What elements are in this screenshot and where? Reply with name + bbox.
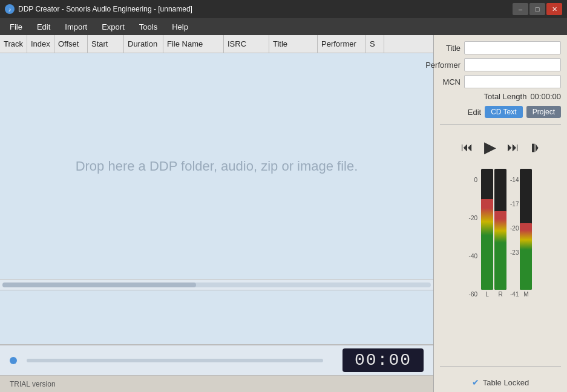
vu-left-label: L <box>485 291 489 298</box>
vu-mono-group: M <box>520 169 532 298</box>
right-panel: Title Performer MCN Total Length 00:00:0… <box>434 35 567 392</box>
vu-right-bar <box>494 169 506 290</box>
table-header-isrc: ISRC <box>224 35 269 53</box>
table-header-track: Track <box>0 35 27 53</box>
title-bar-left: ♪ DDP Creator - Sonoris Audio Engineerin… <box>5 4 192 14</box>
table-locked-row: ✔ Table Locked <box>440 373 561 392</box>
drop-area[interactable]: Drop here a DDP folder, audio, zip or im… <box>0 53 433 279</box>
scroll-bar[interactable] <box>0 279 433 290</box>
window-controls: – □ ✕ <box>513 3 562 15</box>
main-container: TrackIndexOffsetStartDurationFile NameIS… <box>0 35 567 392</box>
menu-item-import[interactable]: Import <box>57 20 94 34</box>
table-header: TrackIndexOffsetStartDurationFile NameIS… <box>0 35 433 53</box>
scroll-track[interactable] <box>2 283 431 287</box>
menu-item-tools[interactable]: Tools <box>132 20 165 34</box>
vu-right-label: R <box>498 291 502 298</box>
menu-bar: FileEditImportExportToolsHelp <box>0 18 567 35</box>
edit-label: Edit <box>468 108 481 117</box>
performer-row: Performer <box>440 58 561 71</box>
vu-mono-fill <box>520 223 532 290</box>
progress-track[interactable] <box>27 359 323 362</box>
table-header-title: Title <box>269 35 318 53</box>
vu-right-scale: -14 -17 -20 -23 -41 <box>508 177 519 298</box>
edit-row: Edit CD Text Project <box>440 106 561 118</box>
waveform-area <box>0 290 433 345</box>
mcn-input[interactable] <box>464 75 561 88</box>
divider-2 <box>440 366 561 367</box>
time-display: 00:00 <box>342 348 424 372</box>
mcn-label: MCN <box>418 77 460 87</box>
table-header-performer: Performer <box>318 35 366 53</box>
end-button[interactable]: ⏏ <box>526 140 544 155</box>
table-header-s: S <box>366 35 384 53</box>
bottom-bar: 00:00 <box>0 345 433 375</box>
total-length-row: Total Length 00:00:00 <box>440 92 561 101</box>
trial-bar: TRIAL version <box>0 375 433 392</box>
cd-text-button[interactable]: CD Text <box>485 106 522 118</box>
maximize-button[interactable]: □ <box>529 3 545 15</box>
play-button[interactable]: ▶ <box>482 136 499 159</box>
minimize-button[interactable]: – <box>513 3 528 15</box>
divider-1 <box>440 124 561 125</box>
transport-row: ⏮ ▶ ⏭ ⏏ <box>440 136 561 159</box>
vu-left-bar <box>481 169 493 290</box>
title-input[interactable] <box>464 41 561 54</box>
window-title: DDP Creator - Sonoris Audio Engineering … <box>18 5 192 13</box>
vu-left-fill <box>481 199 493 290</box>
performer-input[interactable] <box>464 58 561 71</box>
vu-right-fill <box>494 211 506 290</box>
mcn-row: MCN <box>440 75 561 88</box>
scroll-thumb[interactable] <box>2 283 196 287</box>
total-length-label: Total Length <box>484 92 527 101</box>
table-header-offset: Offset <box>54 35 88 53</box>
table-header-file name: File Name <box>163 35 224 53</box>
progress-dot <box>10 357 17 364</box>
total-length-value: 00:00:00 <box>530 92 561 101</box>
title-bar: ♪ DDP Creator - Sonoris Audio Engineerin… <box>0 0 567 18</box>
menu-item-help[interactable]: Help <box>165 20 195 34</box>
table-header-start: Start <box>88 35 124 53</box>
drop-text: Drop here a DDP folder, audio, zip or im… <box>76 158 358 174</box>
app-icon: ♪ <box>5 4 15 14</box>
menu-item-file[interactable]: File <box>2 20 30 34</box>
project-button[interactable]: Project <box>526 106 561 118</box>
menu-item-export[interactable]: Export <box>94 20 132 34</box>
close-button[interactable]: ✕ <box>546 3 562 15</box>
title-row: Title <box>440 41 561 54</box>
rewind-button[interactable]: ⏮ <box>459 138 476 157</box>
vu-container: 0 -20 -40 -60 L R <box>440 169 561 360</box>
vu-left-scale: 0 -20 -40 -60 <box>469 177 480 298</box>
table-header-duration: Duration <box>124 35 163 53</box>
title-label: Title <box>418 44 460 53</box>
left-panel: TrackIndexOffsetStartDurationFile NameIS… <box>0 35 434 392</box>
vu-meter: 0 -20 -40 -60 L R <box>469 169 533 298</box>
fast-forward-button[interactable]: ⏭ <box>505 138 522 157</box>
vu-mono-label: M <box>523 291 528 298</box>
table-header-index: Index <box>27 35 54 53</box>
performer-label: Performer <box>418 60 460 70</box>
trial-text: TRIAL version <box>10 380 56 388</box>
menu-item-edit[interactable]: Edit <box>30 20 57 34</box>
vu-left-group: L <box>481 169 493 298</box>
vu-right-group: R <box>494 169 506 298</box>
table-locked-label: Table Locked <box>483 378 529 387</box>
lock-icon: ✔ <box>472 377 479 387</box>
vu-mono-bar <box>520 169 532 290</box>
